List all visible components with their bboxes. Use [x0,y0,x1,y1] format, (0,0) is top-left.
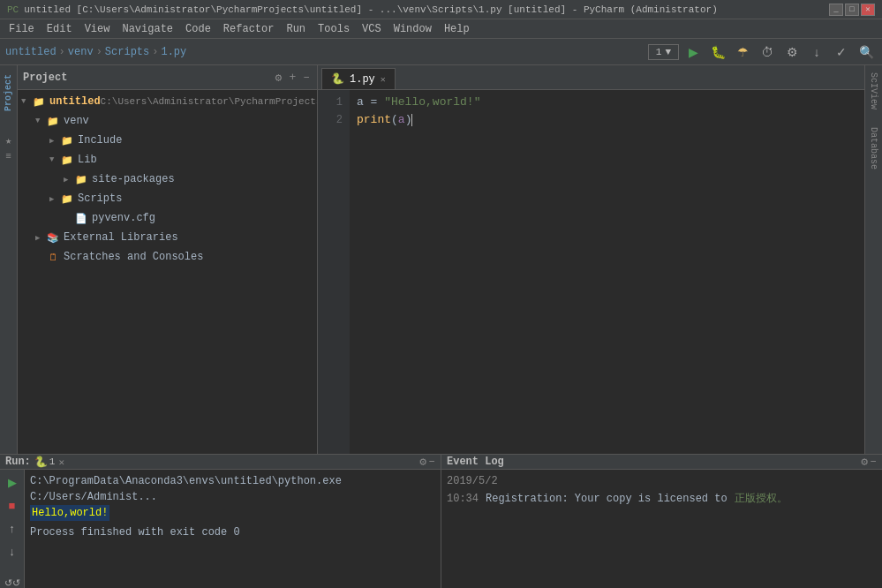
run-play-button[interactable]: ▶ [4,473,21,491]
folder-icon-venv: 📁 [46,114,60,128]
title-bar: PC untitled [C:\Users\Administrator\Pych… [0,0,882,19]
menu-item-vcs[interactable]: VCS [357,21,387,37]
tree-label-scratches: Scratches and Consoles [64,251,203,263]
search-everywhere-button[interactable]: 🔍 [856,42,877,62]
menu-bar: FileEditViewNavigateCodeRefactorRunTools… [0,19,882,39]
tree-item-scratches[interactable]: ▶ 🗒 Scratches and Consoles [18,247,317,267]
tree-label-venv: venv [64,115,89,127]
tree-label-extlib: External Libraries [64,231,178,244]
tree-item-lib[interactable]: ▼ 📁 Lib [18,150,317,170]
project-panel-header: Project ⚙ + – [18,65,317,90]
breadcrumb: untitled › venv › Scripts › 1.py [5,46,645,58]
breadcrumb-untitled[interactable]: untitled [5,46,57,58]
project-panel-settings[interactable]: ⚙ [274,71,284,85]
line-number-2: 2 [318,111,343,129]
tree-arrow-scripts: ▶ [49,194,60,204]
run-button[interactable]: ▶ [682,42,704,62]
menu-item-help[interactable]: Help [439,21,475,37]
event-row-1: 2019/5/2 [447,473,877,489]
run-output-exit: Process finished with exit code 0 [30,524,435,540]
run-minimize-icon[interactable]: – [428,455,435,469]
project-tab-label[interactable]: Project [1,69,16,117]
tree-item-include[interactable]: ▶ 📁 Include [18,131,317,150]
tab-file-icon: 🐍 [331,72,344,86]
project-panel-expand[interactable]: + [287,71,298,84]
line-number-1: 1 [318,94,343,111]
menu-item-run[interactable]: Run [281,21,311,37]
run-scroll-down-button[interactable]: ↓ [4,542,21,560]
menu-item-navigate[interactable]: Navigate [117,21,178,37]
run-output-line-1: C:\ProgramData\Anaconda3\envs\untitled\p… [30,473,435,505]
maximize-button[interactable]: □ [845,4,859,16]
tree-label-scripts: Scripts [78,192,122,205]
scratch-icon: 🗒 [46,250,60,264]
menu-item-code[interactable]: Code [180,21,216,37]
project-panel-title: Project [23,72,270,84]
bottom-panels-header: Run: 🐍 1 ✕ ⚙ – Event Log ⚙ – [0,455,882,470]
menu-item-view[interactable]: View [79,21,116,37]
run-panel-header: Run: 🐍 1 ✕ ⚙ – [0,455,441,469]
app-icon: PC [7,4,19,15]
run-panel-controls: ⚙ – [419,455,435,469]
profile-button[interactable]: ⏱ [757,42,778,62]
run-tab-close[interactable]: ✕ [58,456,64,468]
run-stop-button[interactable]: ■ [4,496,21,514]
breadcrumb-venv[interactable]: venv [68,46,94,58]
favorites-star-icon[interactable]: ★ [5,134,11,147]
tab-close-button[interactable]: ✕ [381,74,386,85]
menu-item-window[interactable]: Window [388,21,437,37]
run-output-hello: Hello,world! [30,505,109,521]
database-tab[interactable]: Database [869,124,878,173]
run-config-selector[interactable]: 1 ▼ [648,44,679,60]
tree-label-include: Include [78,134,122,147]
event-minimize-icon[interactable]: – [870,455,877,469]
text-caret [411,114,412,126]
debug-button[interactable]: 🐛 [707,42,728,62]
run-scroll-up-button[interactable]: ↑ [4,519,21,537]
run-config-arrow: ▼ [665,47,671,57]
event-settings-icon[interactable]: ⚙ [861,455,868,469]
menu-item-file[interactable]: File [4,21,40,37]
vcs-commit-button[interactable]: ✓ [831,42,852,62]
minimize-button[interactable]: _ [829,4,843,16]
tree-arrow-include: ▶ [49,136,60,146]
run-config-label: 1 [656,47,662,57]
code-var-a: a [357,94,364,111]
project-panel-close[interactable]: – [301,71,312,84]
run-tab-num[interactable]: 🐍 1 [34,456,56,469]
tree-item-venv[interactable]: ▼ 📁 venv [18,111,317,131]
tree-item-pyvenv[interactable]: ▶ 📄 pyvenv.cfg [18,208,317,228]
tree-item-root[interactable]: ▼ 📁 untitled C:\Users\Administrator\Pych… [18,92,317,111]
menu-item-tools[interactable]: Tools [313,21,355,37]
tree-item-scripts[interactable]: ▶ 📁 Scripts [18,189,317,208]
run-output: C:\ProgramData\Anaconda3\envs\untitled\p… [25,470,441,588]
code-line-2: print ( a ) [357,111,857,129]
menu-item-edit[interactable]: Edit [41,21,78,37]
editor-tab-1py[interactable]: 🐍 1.py ✕ [321,68,396,89]
settings-button[interactable]: ⚙ [781,42,803,62]
event-panel-header: Event Log ⚙ – [441,455,882,469]
run-rerun-button[interactable]: ↺↺ [4,574,21,588]
file-icon-pyvenv: 📄 [74,211,88,225]
structure-icon[interactable]: ≡ [5,151,11,162]
tree-label-pyvenv: pyvenv.cfg [92,212,155,224]
vcs-update-button[interactable]: ↓ [806,42,827,62]
code-editor[interactable]: a = "Hello,world!" print ( a ) [350,90,864,454]
run-settings-icon[interactable]: ⚙ [419,455,426,469]
tree-arrow-root: ▼ [21,97,32,106]
coverage-button[interactable]: ☂ [732,42,753,62]
code-line-1: a = "Hello,world!" [357,94,857,111]
toolbar: untitled › venv › Scripts › 1.py 1 ▼ ▶ 🐛… [0,39,882,65]
line-numbers: 1 2 [318,90,350,454]
close-button[interactable]: ✕ [861,4,875,16]
extlib-icon: 📚 [46,230,60,245]
sciview-tab[interactable]: ScIView [869,69,878,113]
breadcrumb-scripts[interactable]: Scripts [105,46,149,58]
tree-item-extlib[interactable]: ▶ 📚 External Libraries [18,228,317,247]
tree-label-lib: Lib [78,154,97,166]
tree-item-site-packages[interactable]: ▶ 📁 site-packages [18,170,317,189]
menu-item-refactor[interactable]: Refactor [218,21,280,37]
breadcrumb-file[interactable]: 1.py [161,46,186,58]
folder-icon-root: 📁 [32,94,46,109]
tree-path-root: C:\Users\Administrator\PycharmProjects\u… [101,96,317,107]
